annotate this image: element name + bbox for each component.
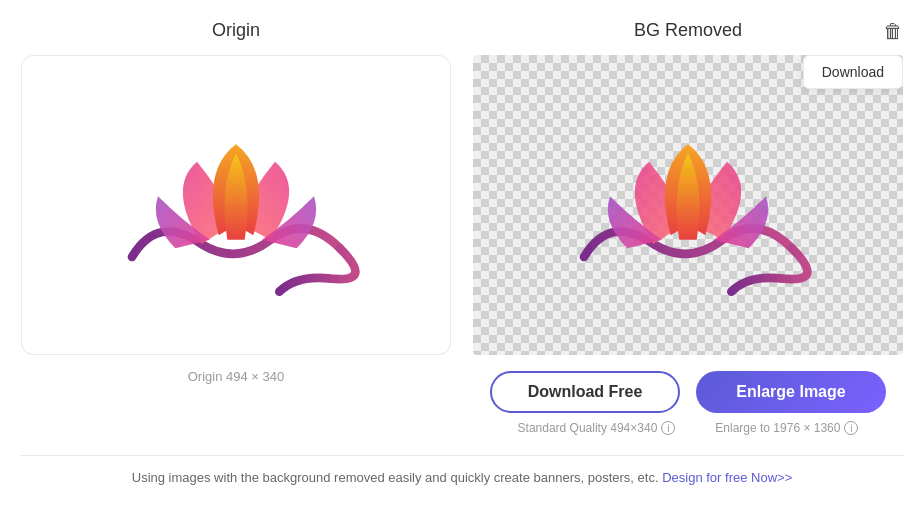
bg-removed-image-content	[473, 55, 903, 355]
standard-quality-info-icon[interactable]: i	[661, 421, 675, 435]
enlarge-quality-label: Enlarge to 1976 × 1360 i	[715, 421, 858, 435]
origin-image-box	[21, 55, 451, 355]
panels-row: Origin	[20, 20, 904, 435]
main-container: Origin	[0, 0, 924, 499]
quality-row: Standard Quality 494×340 i Enlarge to 19…	[518, 421, 859, 435]
enlarge-image-button[interactable]: Enlarge Image	[696, 371, 886, 413]
origin-title: Origin	[212, 20, 260, 41]
trash-icon: 🗑	[883, 20, 903, 42]
bg-removed-image-box: Download	[473, 55, 903, 355]
origin-size-label: Origin 494 × 340	[188, 369, 284, 384]
download-free-button[interactable]: Download Free	[490, 371, 680, 413]
bg-removed-header: BG Removed 🗑	[473, 20, 903, 41]
download-button[interactable]: Download	[803, 55, 903, 89]
enlarge-quality-info-icon[interactable]: i	[844, 421, 858, 435]
origin-flower-image	[106, 105, 366, 305]
footer-link[interactable]: Design for free Now>>	[662, 470, 792, 485]
delete-button[interactable]: 🗑	[883, 21, 903, 41]
bg-removed-flower-image	[558, 105, 818, 305]
footer-bar: Using images with the background removed…	[20, 455, 904, 499]
bg-removed-panel: BG Removed 🗑	[472, 20, 904, 435]
footer-text: Using images with the background removed…	[132, 470, 659, 485]
action-row: Download Free Enlarge Image	[490, 371, 886, 413]
origin-panel: Origin	[20, 20, 452, 384]
bg-removed-title: BG Removed	[634, 20, 742, 41]
standard-quality-label: Standard Quality 494×340 i	[518, 421, 676, 435]
